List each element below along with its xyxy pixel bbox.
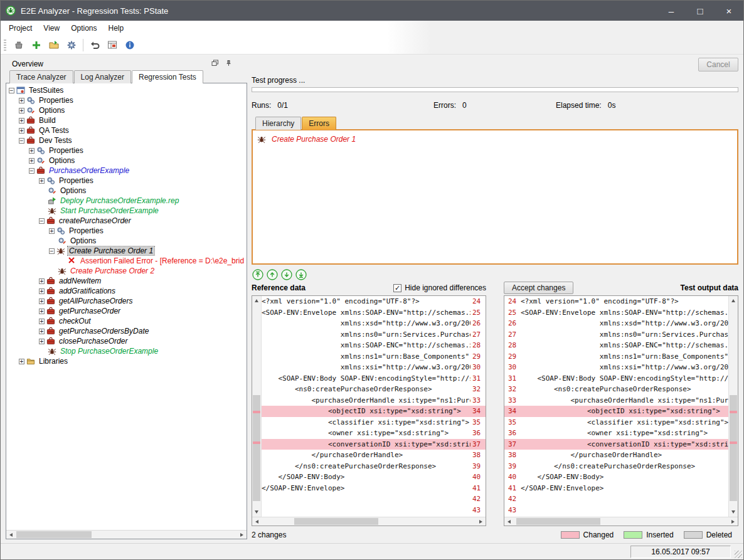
tree-item-getallpurchaseorders[interactable]: +getAllPurchaseOrders bbox=[6, 296, 247, 306]
tab-errors[interactable]: Errors bbox=[302, 117, 336, 130]
tree-item-qa-tests[interactable]: +QA Tests bbox=[6, 125, 247, 135]
collapse-icon[interactable]: − bbox=[39, 218, 45, 224]
tree-item-options[interactable]: Options bbox=[6, 186, 247, 196]
menu-project[interactable]: Project bbox=[3, 21, 38, 35]
tree-item-addgratifications[interactable]: +addGratifications bbox=[6, 286, 247, 296]
tree-item-dev-tests[interactable]: −Dev Tests bbox=[6, 135, 247, 145]
output-hscrollbar[interactable] bbox=[504, 517, 738, 526]
expand-icon[interactable]: + bbox=[39, 178, 45, 184]
tree-item-properties[interactable]: +Properties bbox=[6, 226, 247, 236]
expand-icon[interactable]: + bbox=[39, 298, 45, 304]
tree-item-testsuites[interactable]: −TestSuites bbox=[6, 85, 247, 95]
tree-hscrollbar[interactable] bbox=[6, 530, 247, 539]
expand-icon[interactable]: + bbox=[39, 278, 45, 284]
deploy-button[interactable] bbox=[11, 37, 27, 53]
tree-item-properties[interactable]: +Properties bbox=[6, 145, 247, 156]
tab-log-analyzer[interactable]: Log Analyzer bbox=[74, 70, 131, 83]
tree-item-deploy-purchaseorderexample-rep[interactable]: Deploy PurchaseOrderExample.rep bbox=[6, 196, 247, 206]
tab-regression-tests[interactable]: Regression Tests bbox=[132, 70, 203, 83]
code-text: <owner xsi:type="xsd:string"> bbox=[521, 428, 728, 439]
minimize-button[interactable]: – bbox=[657, 1, 686, 21]
collapse-icon[interactable]: − bbox=[19, 138, 24, 144]
reference-vscrollbar[interactable] bbox=[252, 296, 262, 517]
tree-item-options[interactable]: Options bbox=[6, 236, 247, 246]
scroll-right-arrow[interactable] bbox=[728, 517, 738, 526]
scroll-thumb[interactable] bbox=[294, 518, 378, 525]
add-button[interactable] bbox=[28, 37, 45, 53]
tree-item-options[interactable]: +Options bbox=[6, 156, 247, 166]
expand-icon[interactable]: + bbox=[49, 228, 55, 234]
tree-item-label: QA Tests bbox=[38, 126, 70, 135]
expand-icon[interactable]: + bbox=[39, 339, 45, 344]
legend-label: Inserted bbox=[646, 531, 673, 539]
expand-icon[interactable]: + bbox=[29, 148, 35, 154]
hide-ignored-checkbox[interactable]: ✓ Hide ignored differences bbox=[393, 283, 486, 292]
tree-item-start-purchaseorderexample[interactable]: Start PurchaseOrderExample bbox=[6, 206, 247, 216]
undo-button[interactable] bbox=[87, 37, 103, 53]
tree-item-getpurchaseordersbydate[interactable]: +getPurchaseOrdersByDate bbox=[6, 326, 247, 336]
expand-icon[interactable]: + bbox=[29, 158, 35, 164]
reference-hscrollbar[interactable] bbox=[252, 517, 486, 526]
info-button[interactable] bbox=[122, 37, 138, 53]
float-window-icon[interactable] bbox=[211, 60, 219, 68]
collapse-icon[interactable]: − bbox=[29, 168, 35, 174]
tree-item-purchaseorderexample[interactable]: −PurchaseOrderExample bbox=[6, 166, 247, 176]
tree-item-checkout[interactable]: +checkOut bbox=[6, 316, 247, 326]
expand-icon[interactable]: + bbox=[39, 329, 45, 334]
scroll-up-arrow[interactable] bbox=[252, 296, 261, 305]
expand-icon[interactable]: + bbox=[39, 309, 45, 314]
scroll-down-arrow[interactable] bbox=[252, 507, 261, 517]
tree-item-properties[interactable]: +Properties bbox=[6, 176, 247, 186]
tree-item-properties[interactable]: +Properties bbox=[6, 95, 247, 105]
tree-item-addnewitem[interactable]: +addNewItem bbox=[6, 276, 247, 286]
expand-icon[interactable]: + bbox=[39, 319, 45, 324]
scroll-left-arrow[interactable] bbox=[6, 531, 16, 539]
menu-options[interactable]: Options bbox=[65, 21, 102, 35]
scroll-left-arrow[interactable] bbox=[504, 517, 514, 526]
pin-icon[interactable] bbox=[225, 60, 232, 68]
settings-button[interactable] bbox=[63, 37, 80, 53]
previous-difference-button[interactable] bbox=[266, 268, 278, 280]
error-item[interactable]: Create Purchase Order 1 bbox=[257, 134, 733, 144]
report-button[interactable] bbox=[104, 37, 120, 53]
next-difference-button[interactable] bbox=[280, 268, 292, 280]
expand-icon[interactable]: + bbox=[19, 118, 24, 124]
scroll-up-arrow[interactable] bbox=[729, 296, 738, 305]
scroll-thumb[interactable] bbox=[516, 518, 600, 525]
tree-item-stop-purchaseorderexample[interactable]: Stop PurchaseOrderExample bbox=[6, 346, 247, 356]
first-difference-button[interactable] bbox=[252, 268, 263, 280]
last-difference-button[interactable] bbox=[295, 268, 307, 280]
close-button[interactable]: × bbox=[715, 1, 743, 21]
expand-icon[interactable]: + bbox=[39, 288, 45, 294]
resize-grip[interactable] bbox=[735, 551, 742, 558]
collapse-icon[interactable]: − bbox=[49, 248, 55, 254]
scroll-left-arrow[interactable] bbox=[252, 517, 262, 526]
output-vscrollbar[interactable] bbox=[728, 296, 738, 517]
tree-item-getpurchaseorder[interactable]: +getPurchaseOrder bbox=[6, 306, 247, 316]
tree-item-build[interactable]: +Build bbox=[6, 115, 247, 125]
expand-icon[interactable]: + bbox=[19, 359, 24, 364]
tree-item-closepurchaseorder[interactable]: +closePurchaseOrder bbox=[6, 336, 247, 346]
expand-icon[interactable]: + bbox=[19, 128, 24, 134]
tree-item-createpurchaseorder[interactable]: −createPurchaseOrder bbox=[6, 216, 247, 226]
tab-hierarchy[interactable]: Hierarchy bbox=[255, 117, 301, 130]
tab-trace-analyzer[interactable]: Trace Analyzer bbox=[9, 70, 73, 83]
tree-item-create-purchase-order-2[interactable]: Create Purchase Order 2 bbox=[6, 266, 247, 276]
expand-icon[interactable]: + bbox=[19, 108, 24, 114]
cancel-button[interactable]: Cancel bbox=[698, 58, 738, 71]
scroll-right-arrow[interactable] bbox=[237, 531, 247, 539]
tree-item-options[interactable]: +Options bbox=[6, 105, 247, 115]
accept-changes-button[interactable]: Accept changes bbox=[504, 282, 573, 294]
tree-item-libraries[interactable]: +Libraries bbox=[6, 356, 247, 366]
open-folder-button[interactable] bbox=[46, 37, 62, 53]
scroll-down-arrow[interactable] bbox=[729, 507, 738, 517]
menu-help[interactable]: Help bbox=[103, 21, 130, 35]
scroll-right-arrow[interactable] bbox=[476, 517, 486, 526]
expand-icon[interactable]: + bbox=[19, 98, 24, 103]
tree-item-create-purchase-order-1[interactable]: −Create Purchase Order 1 bbox=[6, 246, 247, 256]
menu-view[interactable]: View bbox=[38, 21, 65, 35]
maximize-button[interactable]: □ bbox=[686, 1, 715, 21]
scroll-thumb[interactable] bbox=[16, 531, 92, 538]
tree-item-assertion-failed-error-reference-d-e2e-brid[interactable]: Assertion Failed Error - [Reference = D:… bbox=[6, 256, 247, 266]
collapse-icon[interactable]: − bbox=[9, 88, 14, 93]
